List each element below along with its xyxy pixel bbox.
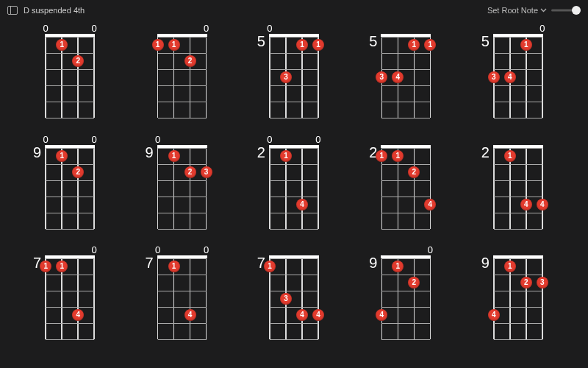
finger-dot: 1 (504, 261, 516, 272)
header-right: Set Root Note (487, 5, 581, 15)
fretboard: 1234 (494, 258, 542, 339)
finger-dot: 4 (504, 71, 516, 83)
open-string-label: 0 (204, 245, 209, 255)
finger-dot: 1 (152, 39, 164, 51)
finger-dot: 3 (376, 71, 387, 83)
sidebar-toggle-icon[interactable] (7, 6, 18, 15)
finger-dot: 2 (520, 277, 532, 289)
finger-dot: 1 (168, 39, 180, 51)
set-root-note-dropdown[interactable]: Set Root Note (487, 6, 547, 15)
header-left: D suspended 4th (7, 6, 85, 15)
open-string-label: 0 (428, 245, 433, 255)
chord-diagram[interactable]: 00912 (22, 135, 118, 238)
header: D suspended 4th Set Root Note (0, 0, 588, 18)
chord-grid: 0012011205113511340513400912091230021421… (0, 18, 588, 356)
set-root-note-label: Set Root Note (487, 6, 538, 15)
chord-diagram[interactable]: 0012 (22, 24, 118, 127)
start-fret-label: 5 (369, 34, 377, 49)
finger-dot: 1 (168, 150, 180, 162)
finger-dot: 4 (392, 71, 404, 83)
open-string-label: 0 (155, 135, 160, 144)
chord-diagram[interactable]: 0112 (134, 24, 229, 127)
open-string-label: 0 (43, 135, 49, 144)
finger-dot: 4 (537, 199, 548, 210)
finger-dot: 3 (537, 277, 548, 289)
chord-diagram[interactable]: 09123 (134, 135, 229, 238)
fretboard: 112 (158, 37, 207, 118)
finger-dot: 1 (392, 150, 404, 162)
finger-dot: 4 (376, 309, 387, 321)
finger-dot: 4 (424, 199, 436, 210)
finger-dot: 1 (408, 39, 420, 51)
finger-dot: 4 (184, 309, 196, 321)
finger-dot: 2 (72, 166, 84, 178)
open-string-label: 0 (92, 24, 97, 33)
fretboard: 124 (381, 258, 430, 339)
zoom-slider[interactable] (551, 5, 581, 15)
finger-dot: 1 (424, 39, 436, 51)
page-title: D suspended 4th (24, 6, 85, 15)
fretboard: 1134 (381, 37, 430, 118)
chord-diagram[interactable]: 71344 (246, 245, 342, 349)
finger-dot: 2 (72, 55, 84, 67)
finger-dot: 4 (312, 309, 324, 321)
finger-dot: 2 (184, 55, 196, 67)
start-fret-label: 9 (369, 255, 377, 270)
chord-diagram[interactable]: 07114 (22, 245, 118, 349)
chord-diagram[interactable]: 05113 (246, 24, 342, 127)
chord-diagram[interactable]: 2144 (470, 135, 566, 238)
open-string-label: 0 (92, 245, 97, 255)
start-fret-label: 5 (481, 34, 490, 49)
fretboard: 14 (270, 148, 318, 229)
finger-dot: 1 (40, 261, 51, 272)
finger-dot: 3 (488, 71, 500, 83)
open-string-label: 0 (92, 135, 97, 144)
start-fret-label: 9 (145, 145, 153, 160)
finger-dot: 1 (312, 39, 324, 51)
finger-dot: 1 (264, 261, 276, 272)
chord-diagram[interactable]: 05134 (470, 24, 566, 127)
finger-dot: 4 (72, 309, 84, 321)
finger-dot: 3 (201, 166, 212, 178)
open-string-label: 0 (267, 24, 272, 33)
fretboard: 14 (158, 258, 207, 339)
open-string-label: 0 (155, 245, 160, 255)
fretboard: 1344 (270, 258, 318, 339)
fretboard: 1124 (381, 148, 430, 229)
open-string-label: 0 (204, 24, 209, 33)
finger-dot: 2 (184, 166, 196, 178)
chord-diagram[interactable]: 21124 (358, 135, 453, 238)
chord-diagram[interactable]: 91234 (470, 245, 566, 349)
chord-diagram[interactable]: 00214 (246, 135, 342, 238)
open-string-label: 0 (43, 24, 49, 33)
fretboard: 113 (270, 37, 318, 118)
fretboard: 12 (46, 148, 94, 229)
fretboard: 123 (158, 148, 207, 229)
fretboard: 12 (46, 37, 94, 118)
finger-dot: 1 (520, 39, 532, 51)
start-fret-label: 2 (257, 145, 265, 160)
chord-diagram[interactable]: 09124 (358, 245, 453, 349)
fretboard: 114 (46, 258, 94, 339)
finger-dot: 3 (280, 71, 292, 83)
slider-thumb[interactable] (572, 6, 581, 15)
finger-dot: 1 (504, 150, 516, 162)
fretboard: 134 (494, 37, 542, 118)
start-fret-label: 9 (33, 145, 41, 160)
start-fret-label: 5 (257, 34, 265, 49)
svg-rect-0 (8, 7, 18, 15)
finger-dot: 1 (280, 150, 292, 162)
finger-dot: 4 (296, 309, 308, 321)
chord-diagram[interactable]: 51134 (358, 24, 453, 127)
start-fret-label: 2 (481, 145, 490, 160)
start-fret-label: 9 (481, 255, 490, 270)
finger-dot: 4 (488, 309, 500, 321)
chevron-down-icon (540, 8, 547, 13)
finger-dot: 1 (56, 150, 68, 162)
finger-dot: 3 (280, 293, 292, 305)
finger-dot: 1 (296, 39, 308, 51)
finger-dot: 1 (392, 261, 404, 272)
chord-diagram[interactable]: 00714 (134, 245, 229, 349)
finger-dot: 4 (520, 199, 532, 210)
finger-dot: 2 (408, 166, 420, 178)
